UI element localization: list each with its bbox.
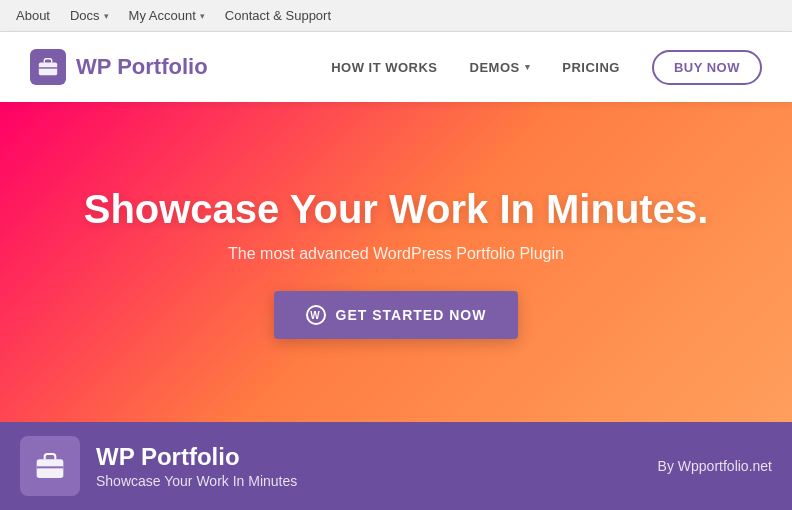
svg-rect-2 (37, 459, 64, 478)
hero-subtitle: The most advanced WordPress Portfolio Pl… (84, 245, 709, 263)
bottom-bar: WP Portfolio Showcase Your Work In Minut… (0, 422, 792, 510)
briefcase-bottom-icon (34, 450, 66, 482)
admin-bar-about[interactable]: About (16, 8, 50, 23)
briefcase-icon (37, 56, 59, 78)
admin-bar-docs-label: Docs (70, 8, 100, 23)
site-wrapper: WP Portfolio HOW IT WORKS DEMOS ▾ PRICIN… (0, 32, 792, 510)
get-started-button[interactable]: W GET STARTED NOW (274, 291, 519, 339)
admin-bar: About Docs ▾ My Account ▾ Contact & Supp… (0, 0, 792, 32)
nav-pricing-label: PRICING (562, 60, 620, 75)
hero-cta-label: GET STARTED NOW (336, 307, 487, 323)
docs-chevron-icon: ▾ (104, 11, 109, 21)
admin-bar-contact[interactable]: Contact & Support (225, 8, 331, 23)
hero-title: Showcase Your Work In Minutes. (84, 185, 709, 233)
logo-icon (30, 49, 66, 85)
wp-icon: W (306, 305, 326, 325)
logo-text: WP Portfolio (76, 54, 208, 80)
plugin-info: WP Portfolio Showcase Your Work In Minut… (96, 443, 642, 490)
hero-section: Showcase Your Work In Minutes. The most … (0, 102, 792, 422)
admin-bar-docs[interactable]: Docs ▾ (70, 8, 109, 23)
plugin-icon (20, 436, 80, 496)
logo-wp: WP Portfolio (76, 54, 208, 79)
nav-right: HOW IT WORKS DEMOS ▾ PRICING BUY NOW (331, 50, 762, 85)
admin-bar-contact-label: Contact & Support (225, 8, 331, 23)
main-nav: WP Portfolio HOW IT WORKS DEMOS ▾ PRICIN… (0, 32, 792, 102)
demos-chevron-icon: ▾ (525, 62, 531, 72)
plugin-name: WP Portfolio (96, 443, 642, 472)
admin-bar-myaccount-label: My Account (129, 8, 196, 23)
myaccount-chevron-icon: ▾ (200, 11, 205, 21)
plugin-by: By Wpportfolio.net (658, 458, 772, 474)
nav-demos[interactable]: DEMOS ▾ (470, 60, 531, 75)
logo[interactable]: WP Portfolio (30, 49, 208, 85)
admin-bar-myaccount[interactable]: My Account ▾ (129, 8, 205, 23)
svg-rect-0 (39, 62, 57, 75)
buy-now-button[interactable]: BUY NOW (652, 50, 762, 85)
nav-demos-label: DEMOS (470, 60, 520, 75)
nav-how-it-works[interactable]: HOW IT WORKS (331, 60, 437, 75)
plugin-tagline: Showcase Your Work In Minutes (96, 473, 642, 489)
nav-how-it-works-label: HOW IT WORKS (331, 60, 437, 75)
nav-pricing[interactable]: PRICING (562, 60, 620, 75)
admin-bar-about-label: About (16, 8, 50, 23)
hero-content: Showcase Your Work In Minutes. The most … (84, 185, 709, 339)
